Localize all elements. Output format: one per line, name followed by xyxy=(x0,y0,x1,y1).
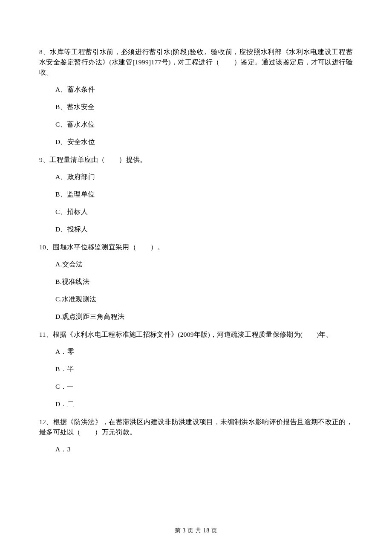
option-b: B.视准线法 xyxy=(39,277,353,287)
option-d: D.观点测距三角高程法 xyxy=(39,312,353,322)
option-d: D、投标人 xyxy=(39,224,353,234)
option-d: D、安全水位 xyxy=(39,137,353,147)
question-stem: 11、根据《水利水电工程标准施工招标文件》(2009年版)，河道疏浚工程质量保修… xyxy=(39,330,353,340)
option-b: B、蓄水安全 xyxy=(39,102,353,112)
option-d: D．二 xyxy=(39,399,353,409)
question-options: A.交会法 B.视准线法 C.水准观测法 D.观点测距三角高程法 xyxy=(39,259,353,322)
option-a: A．3 xyxy=(39,444,353,454)
page-footer: 第 3 页 共 18 页 xyxy=(0,526,392,535)
option-c: C.水准观测法 xyxy=(39,294,353,304)
option-c: C、招标人 xyxy=(39,207,353,217)
option-b: B．半 xyxy=(39,364,353,374)
question-stem: 9、工程量清单应由（ ）提供。 xyxy=(39,155,353,165)
question-stem: 12、根据《防洪法》，在蓄滞洪区内建设非防洪建设项目，未编制洪水影响评价报告且逾… xyxy=(39,417,353,437)
question-options: A、政府部门 B、监理单位 C、招标人 D、投标人 xyxy=(39,172,353,234)
option-a: A．零 xyxy=(39,347,353,357)
question-options: A、蓄水条件 B、蓄水安全 C、蓄水水位 D、安全水位 xyxy=(39,84,353,147)
option-a: A、政府部门 xyxy=(39,172,353,182)
question-stem: 8、水库等工程蓄引水前，必须进行蓄引水(阶段)验收。验收前，应按照水利部《水利水… xyxy=(39,47,353,78)
option-c: C、蓄水水位 xyxy=(39,119,353,130)
question-stem: 10、围堰水平位移监测宜采用（ ）。 xyxy=(39,242,353,252)
option-a: A.交会法 xyxy=(39,259,353,269)
question-options: A．3 xyxy=(39,444,353,454)
question-options: A．零 B．半 C．一 D．二 xyxy=(39,347,353,409)
option-c: C．一 xyxy=(39,382,353,392)
option-b: B、监理单位 xyxy=(39,189,353,199)
option-a: A、蓄水条件 xyxy=(39,84,353,95)
document-page: 8、水库等工程蓄引水前，必须进行蓄引水(阶段)验收。验收前，应按照水利部《水利水… xyxy=(0,0,392,555)
